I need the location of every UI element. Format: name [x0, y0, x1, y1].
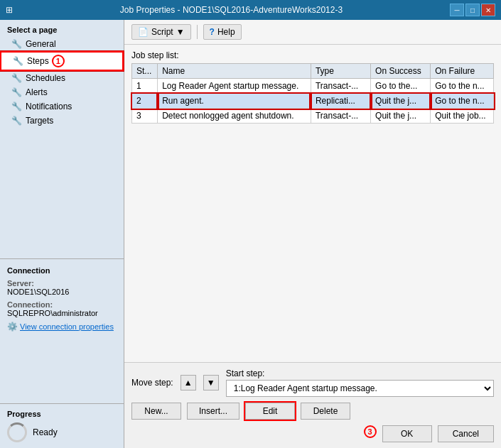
move-up-button[interactable]: ▲	[181, 375, 196, 390]
steps-area: Job step list: St... Name Type On Succes…	[124, 45, 501, 362]
sidebar-item-schedules[interactable]: 🔧 Schedules	[0, 71, 124, 85]
connection-server-value: NODE1\SQL2016	[7, 288, 117, 296]
cell-type: Transact-...	[311, 109, 370, 124]
sidebar-item-general[interactable]: 🔧 General	[0, 37, 124, 51]
cell-st: 2	[132, 94, 158, 109]
edit-button[interactable]: Edit	[245, 403, 295, 420]
sidebar-spacer	[0, 128, 124, 258]
connection-conn-label: Connection:	[7, 300, 117, 309]
help-icon: ?	[210, 27, 215, 37]
help-button[interactable]: ? Help	[203, 24, 242, 40]
table-row[interactable]: 2 Run agent. Replicati... Quit the j... …	[132, 94, 494, 109]
col-header-type: Type	[311, 64, 370, 79]
steps-table-body: 1 Log Reader Agent startup message. Tran…	[132, 79, 494, 124]
steps-list-label: Job step list:	[131, 50, 494, 60]
script-label: Script	[151, 27, 173, 37]
script-icon: 📄	[138, 27, 149, 37]
progress-status: Ready	[33, 427, 58, 437]
view-connection-link[interactable]: View connection properties	[20, 322, 114, 331]
insert-button[interactable]: Insert...	[187, 403, 239, 420]
cell-type: Transact-...	[311, 79, 370, 94]
bottom-controls: Move step: ▲ ▼ Start step: 1:Log Reader …	[124, 362, 501, 448]
action-buttons-row: New... Insert... Edit Delete	[131, 403, 494, 420]
wrench-icon-general: 🔧	[11, 39, 22, 49]
maximize-button[interactable]: □	[465, 4, 480, 16]
cell-name: Run agent.	[158, 94, 311, 109]
start-step-section: Start step: 1:Log Reader Agent startup m…	[226, 368, 494, 397]
sidebar-label-targets: Targets	[26, 116, 53, 126]
table-row[interactable]: 3 Detect nonlogged agent shutdown. Trans…	[132, 109, 494, 124]
wrench-icon-notifications: 🔧	[11, 102, 22, 111]
col-header-name: Name	[158, 64, 311, 79]
move-down-button[interactable]: ▼	[203, 375, 219, 390]
col-header-onsuccess: On Success	[371, 64, 431, 79]
script-dropdown-icon: ▼	[176, 27, 185, 37]
cell-onsuccess: Quit the j...	[371, 94, 431, 109]
main-layout: Select a page 🔧 General 🔧 Steps 1 🔧 Sche…	[0, 20, 501, 448]
sidebar-label-alerts: Alerts	[26, 87, 48, 97]
content-area: 📄 Script ▼ ? Help Job step list: St... N…	[124, 20, 501, 448]
sidebar-item-notifications[interactable]: 🔧 Notifications	[0, 99, 124, 114]
steps-table: St... Name Type On Success On Failure 1 …	[131, 63, 494, 124]
sidebar: Select a page 🔧 General 🔧 Steps 1 🔧 Sche…	[0, 20, 124, 448]
progress-row: Ready	[7, 422, 117, 442]
wrench-icon-schedules: 🔧	[11, 73, 22, 83]
sidebar-label-notifications: Notifications	[26, 102, 72, 111]
titlebar: ⊞ Job Properties - NODE1\SQL2016-Adventu…	[0, 0, 501, 20]
connection-conn-value: SQLREPRO\administrator	[7, 309, 117, 317]
cell-name: Log Reader Agent startup message.	[158, 79, 311, 94]
cancel-button[interactable]: Cancel	[438, 425, 494, 442]
move-step-label: Move step:	[131, 378, 173, 388]
help-label: Help	[217, 27, 235, 37]
cell-st: 3	[132, 109, 158, 124]
col-header-st: St...	[132, 64, 158, 79]
new-button[interactable]: New...	[131, 403, 181, 420]
cell-onsuccess: Go to the...	[371, 79, 431, 94]
connection-server-label: Server:	[7, 279, 117, 288]
cell-name: Detect nonlogged agent shutdown.	[158, 109, 311, 124]
sidebar-label-schedules: Schedules	[26, 73, 65, 83]
cell-onfailure: Quit the job...	[431, 109, 494, 124]
wrench-icon-alerts: 🔧	[11, 87, 22, 97]
sidebar-section-title: Select a page	[0, 20, 124, 37]
cell-onsuccess: Quit the j...	[371, 109, 431, 124]
wrench-icon-targets: 🔧	[11, 116, 22, 126]
titlebar-buttons: ─ □ ✕	[450, 4, 495, 16]
wrench-icon-steps: 🔧	[13, 56, 23, 66]
minimize-button[interactable]: ─	[450, 4, 464, 16]
close-button[interactable]: ✕	[481, 4, 495, 16]
sidebar-label-steps: Steps	[27, 56, 49, 66]
move-step-row: Move step: ▲ ▼ Start step: 1:Log Reader …	[131, 368, 494, 397]
table-row[interactable]: 1 Log Reader Agent startup message. Tran…	[132, 79, 494, 94]
script-button[interactable]: 📄 Script ▼	[131, 24, 191, 40]
cell-onfailure: Go to the n...	[431, 79, 494, 94]
sidebar-item-alerts[interactable]: 🔧 Alerts	[0, 85, 124, 99]
progress-title: Progress	[7, 410, 117, 418]
connection-title: Connection	[7, 266, 117, 275]
badge-3: 3	[364, 425, 377, 438]
cell-type: Replicati...	[311, 94, 370, 109]
ok-cancel-row: 3 OK Cancel	[131, 425, 494, 442]
titlebar-title: Job Properties - NODE1\SQL2016-Adventure…	[13, 5, 450, 15]
sidebar-item-targets[interactable]: 🔧 Targets	[0, 114, 124, 128]
progress-section: Progress Ready	[0, 403, 124, 448]
start-step-label: Start step:	[226, 368, 494, 378]
toolbar: 📄 Script ▼ ? Help	[124, 20, 501, 45]
cell-st: 1	[132, 79, 158, 94]
delete-button[interactable]: Delete	[301, 403, 350, 420]
ok-button[interactable]: OK	[382, 425, 432, 442]
titlebar-icon: ⊞	[6, 5, 13, 15]
col-header-onfailure: On Failure	[431, 64, 494, 79]
cell-onfailure: Go to the n...	[431, 94, 494, 109]
steps-table-header: St... Name Type On Success On Failure	[132, 64, 494, 79]
start-step-dropdown[interactable]: 1:Log Reader Agent startup message.	[226, 380, 494, 397]
badge-1: 1	[52, 55, 65, 67]
sidebar-item-steps[interactable]: 🔧 Steps 1	[0, 51, 124, 71]
progress-spinner	[7, 422, 27, 442]
sidebar-label-general: General	[26, 39, 56, 49]
connection-icon: ⚙️	[7, 322, 18, 332]
toolbar-separator	[197, 25, 198, 39]
connection-section: Connection Server: NODE1\SQL2016 Connect…	[0, 258, 124, 404]
